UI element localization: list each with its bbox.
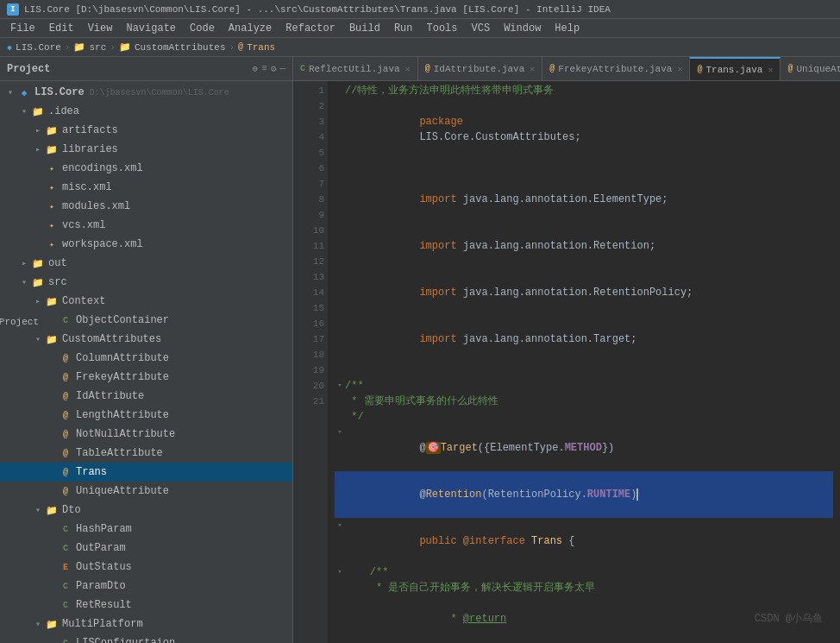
bc-lis-core-icon: ◆: [7, 42, 12, 53]
bc-src-icon: 📁: [73, 41, 85, 53]
watermark: CSDN @小乌鱼: [755, 611, 823, 626]
tree-item-columnattribute[interactable]: @ ColumnAttribute: [0, 349, 292, 368]
project-panel-icons: ⊕ ≡ ⚙ —: [253, 63, 285, 74]
tab-trans[interactable]: @ Trans.java ✕: [690, 57, 780, 81]
bc-trans-icon: @: [238, 42, 243, 52]
tree-item-uniqueattribute[interactable]: @ UniqueAttribute: [0, 482, 292, 501]
tree-item-multiplatform[interactable]: ▾ 📁 MultiPlatform: [0, 615, 292, 634]
menu-vcs[interactable]: VCS: [465, 21, 498, 36]
code-line-5: import java.lang.annotation.Retention;: [335, 223, 833, 269]
window-title: LIS.Core [D:\jbasesvn\Common\LIS.Core] -…: [24, 4, 611, 15]
menu-file[interactable]: File: [3, 21, 42, 36]
code-line-15: ▾ /**: [335, 564, 833, 580]
menu-edit[interactable]: Edit: [42, 21, 81, 36]
tree-item-context[interactable]: ▸ 📁 Context: [0, 292, 292, 311]
tree-item-retresult[interactable]: C RetResult: [0, 596, 292, 615]
menu-refactor[interactable]: Refactor: [279, 21, 342, 36]
tree-item-customattributes[interactable]: ▾ 📁 CustomAttributes: [0, 330, 292, 349]
tab-idattribute[interactable]: @ IdAttribute.java ✕: [418, 57, 543, 81]
tree-item-dto[interactable]: ▾ 📁 Dto: [0, 501, 292, 520]
code-line-14: ▾ public @interface Trans {: [335, 518, 833, 564]
tree-item-lisconfigurtaion[interactable]: C LISConfigurtaion: [0, 634, 292, 643]
tree-item-out[interactable]: ▸ 📁 out: [0, 254, 292, 273]
tree-item-idea[interactable]: ▾ 📁 .idea: [0, 102, 292, 121]
tree-item-vcs-xml[interactable]: ✦ vcs.xml: [0, 216, 292, 235]
bc-customattributes-icon: 📁: [119, 41, 131, 53]
project-panel-title: Project: [7, 63, 246, 75]
settings-gear-icon[interactable]: ⚙: [271, 63, 277, 74]
code-line-7: import java.lang.annotation.Target;: [335, 316, 833, 362]
tree-item-frekeyattribute[interactable]: @ FrekeyAttribute: [0, 368, 292, 387]
editor-area: C ReflectUtil.java ✕ @ IdAttribute.java …: [293, 57, 840, 643]
menu-run[interactable]: Run: [387, 21, 420, 36]
menu-analyze[interactable]: Analyze: [222, 21, 279, 36]
code-line-6: import java.lang.annotation.RetentionPol…: [335, 269, 833, 316]
tree-item-lengthattribute[interactable]: @ LengthAttribute: [0, 406, 292, 425]
tree-item-paramdto[interactable]: C ParamDto: [0, 577, 292, 596]
bc-trans[interactable]: Trans: [247, 42, 275, 53]
line-numbers: 1 2 3 4 5 6 7 8 9 10 11 12 13 14 15 16 1…: [293, 81, 328, 643]
locate-icon[interactable]: ⊕: [253, 63, 259, 74]
code-line-11: */: [335, 409, 833, 425]
breadcrumb: ◆ LIS.Core › 📁 src › 📁 CustomAttributes …: [0, 38, 840, 57]
project-panel-label[interactable]: 1: Project: [0, 312, 41, 332]
tree-item-libraries[interactable]: ▸ 📁 libraries: [0, 140, 292, 159]
tree-item-artifacts[interactable]: ▸ 📁 artifacts: [0, 121, 292, 140]
tree-item-outstatus[interactable]: E OutStatus: [0, 558, 292, 577]
project-panel: Project ⊕ ≡ ⚙ — ▾ ◆ LIS.Core D:\jbasesvn…: [0, 57, 293, 643]
code-editor: 1 2 3 4 5 6 7 8 9 10 11 12 13 14 15 16 1…: [293, 81, 840, 643]
tree-item-misc-xml[interactable]: ✦ misc.xml: [0, 178, 292, 197]
collapse-icon[interactable]: ≡: [261, 63, 267, 74]
menu-window[interactable]: Window: [497, 21, 548, 36]
code-line-9: ▾ /**: [335, 378, 833, 394]
tree-item-trans[interactable]: @ Trans: [0, 463, 292, 482]
menu-navigate[interactable]: Navigate: [119, 21, 183, 36]
menu-bar: File Edit View Navigate Code Analyze Ref…: [0, 19, 840, 38]
menu-help[interactable]: Help: [548, 21, 586, 36]
code-line-13: @Retention(RetentionPolicy.RUNTIME): [335, 471, 833, 518]
code-line-1: //特性，业务方法申明此特性将带申明式事务: [335, 83, 833, 98]
menu-tools[interactable]: Tools: [420, 21, 465, 36]
project-tree: ▾ ◆ LIS.Core D:\jbasesvn\Common\LIS.Core…: [0, 81, 292, 643]
bc-customattributes[interactable]: CustomAttributes: [135, 42, 226, 53]
bc-lis-core[interactable]: LIS.Core: [16, 42, 61, 53]
tree-item-outparam[interactable]: C OutParam: [0, 539, 292, 558]
menu-code[interactable]: Code: [183, 21, 222, 36]
bc-src[interactable]: src: [89, 42, 106, 53]
tree-item-hashparam[interactable]: C HashParam: [0, 520, 292, 539]
tree-item-objectcontainer[interactable]: C ObjectContainer: [0, 311, 292, 330]
tree-item-workspace-xml[interactable]: ✦ workspace.xml: [0, 235, 292, 254]
menu-build[interactable]: Build: [342, 21, 387, 36]
tab-reflectutil[interactable]: C ReflectUtil.java ✕: [293, 57, 418, 81]
tree-item-lis-core[interactable]: ▾ ◆ LIS.Core D:\jbasesvn\Common\LIS.Core: [0, 83, 292, 102]
tree-item-src[interactable]: ▾ 📁 src: [0, 273, 292, 292]
tree-item-tableattribute[interactable]: @ TableAttribute: [0, 444, 292, 463]
code-line-4: import java.lang.annotation.ElementType;: [335, 176, 833, 223]
tree-item-modules-xml[interactable]: ✦ modules.xml: [0, 197, 292, 216]
code-line-16: * 是否自己开始事务，解决长逻辑开启事务太早: [335, 580, 833, 596]
tab-uniqueattrib[interactable]: @ UniqueAttrib... ✕: [780, 57, 840, 81]
code-line-3: [335, 161, 833, 176]
code-line-12: ▾ @🎯Target({ElementType.METHOD}): [335, 425, 833, 471]
tree-item-notnullattribute[interactable]: @ NotNullAttribute: [0, 425, 292, 444]
app-icon: I: [7, 3, 19, 16]
title-bar: I LIS.Core [D:\jbasesvn\Common\LIS.Core]…: [0, 0, 840, 19]
code-line-8: [335, 362, 833, 378]
minimize-icon[interactable]: —: [279, 63, 285, 74]
code-line-10: * 需要申明式事务的什么此特性: [335, 394, 833, 409]
tree-item-idattribute[interactable]: @ IdAttribute: [0, 387, 292, 406]
code-content[interactable]: //特性，业务方法申明此特性将带申明式事务 package LIS.Core.C…: [328, 81, 840, 643]
tab-bar: C ReflectUtil.java ✕ @ IdAttribute.java …: [293, 57, 840, 81]
menu-view[interactable]: View: [81, 21, 120, 36]
code-line-2: package LIS.Core.CustomAttributes;: [335, 98, 833, 161]
tab-frekeyattribute[interactable]: @ FrekeyAttribute.java ✕: [542, 57, 690, 81]
tree-item-encodings-xml[interactable]: ✦ encodings.xml: [0, 159, 292, 178]
main-layout: Project ⊕ ≡ ⚙ — ▾ ◆ LIS.Core D:\jbasesvn…: [0, 57, 840, 643]
project-panel-header: Project ⊕ ≡ ⚙ —: [0, 57, 292, 81]
